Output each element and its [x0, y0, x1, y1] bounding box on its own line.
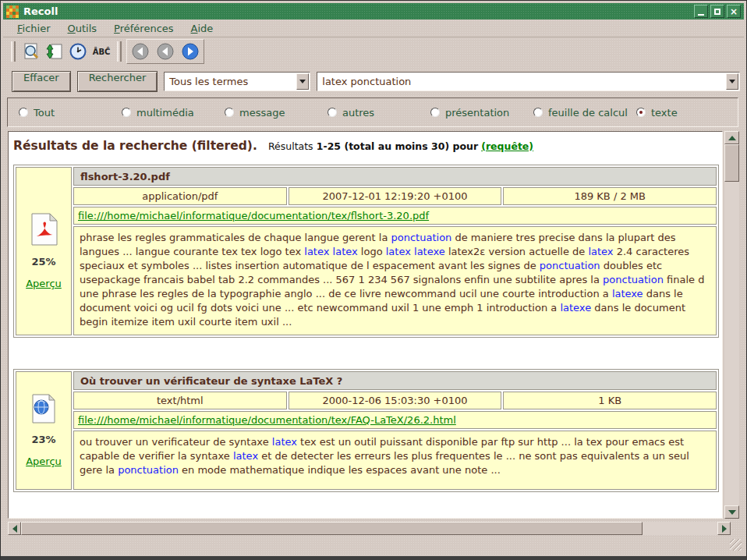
- query-link[interactable]: (requête): [481, 140, 533, 152]
- maximize-button[interactable]: [710, 5, 724, 18]
- scroll-right-button[interactable]: [717, 522, 731, 535]
- term-explorer-button[interactable]: ÂBĈ: [90, 41, 112, 62]
- vertical-scrollbar-thumb[interactable]: [724, 144, 739, 182]
- horizontal-scrollbar-trough[interactable]: [643, 522, 717, 535]
- chevron-down-icon[interactable]: [726, 73, 738, 90]
- chevron-down-icon[interactable]: [296, 73, 309, 90]
- results-count-range: 1-25 (total au moins 30) pour: [317, 140, 478, 152]
- search-button[interactable]: Rechercher: [77, 71, 158, 92]
- result-size: 1 KB: [503, 392, 717, 409]
- arrow-left-icon: [9, 525, 17, 533]
- toolbar: ÂBĈ: [3, 38, 744, 65]
- result-url-row: file:///home/michael/informatique/docume…: [73, 207, 717, 225]
- recoll-window: Recoll × Fichier Outils Préférences Aide: [0, 0, 747, 560]
- preview-link[interactable]: Aperçu: [26, 455, 62, 467]
- minimize-button[interactable]: [694, 5, 708, 18]
- scroll-down-button[interactable]: [724, 505, 739, 519]
- menu-aide[interactable]: Aide: [183, 21, 221, 36]
- arrow-up-icon: [728, 132, 736, 140]
- radio-icon: [533, 108, 543, 117]
- radio-icon: [430, 108, 440, 117]
- minimize-icon: [698, 14, 704, 16]
- scroll-up-button[interactable]: [724, 131, 739, 144]
- document-preview-button[interactable]: [20, 41, 42, 62]
- nav-first-icon: [132, 43, 149, 60]
- result-mime: application/pdf: [73, 187, 287, 205]
- app-icon: [6, 5, 19, 18]
- query-combobox: [317, 72, 740, 91]
- result-title: flshort-3.20.pdf: [73, 167, 717, 186]
- clear-button[interactable]: Effacer: [12, 71, 71, 92]
- menu-outils[interactable]: Outils: [60, 21, 105, 36]
- result-url-link[interactable]: file:///home/michael/informatique/docume…: [78, 210, 429, 222]
- result-title: Où trouver un vérificateur de syntaxe La…: [73, 371, 717, 390]
- result-item: 25% Aperçu flshort-3.20.pdf application/…: [13, 165, 719, 338]
- arrow-right-icon: [722, 525, 731, 533]
- sort-document-button[interactable]: [44, 41, 65, 62]
- result-main-column: Où trouver un vérificateur de syntaxe La…: [73, 371, 717, 490]
- history-clock-icon: [69, 42, 87, 61]
- results-count-prefix: Résultats: [268, 140, 313, 152]
- close-icon: ×: [730, 7, 738, 16]
- filter-radio-autres[interactable]: autres: [327, 107, 430, 119]
- nav-button-group: [126, 39, 204, 64]
- search-mode-value: Tous les termes: [165, 76, 296, 87]
- filter-radio-texte[interactable]: texte: [636, 107, 678, 119]
- nav-first-button[interactable]: [129, 41, 151, 62]
- window-title: Recoll: [23, 5, 58, 17]
- result-url-link[interactable]: file:///home/michael/informatique/docume…: [78, 414, 456, 426]
- results-title: Résultats de la recherche (filtered).: [13, 139, 257, 153]
- result-snippet: phrase les regles grammaticales de chaqu…: [73, 226, 717, 335]
- search-row: Effacer Rechercher Tous les termes: [3, 67, 744, 95]
- menubar: Fichier Outils Préférences Aide: [3, 19, 744, 37]
- toolbar-grip[interactable]: [11, 41, 16, 62]
- radio-icon: [19, 108, 28, 117]
- filter-radio-presentation[interactable]: présentation: [430, 107, 533, 119]
- category-filter-panel: Tout multimédia message autres présentat…: [7, 97, 738, 127]
- search-input[interactable]: [317, 73, 726, 90]
- radio-icon: [225, 108, 234, 117]
- nav-back-icon: [157, 43, 174, 60]
- results-list: Résultats de la recherche (filtered). Ré…: [8, 131, 723, 519]
- nav-back-button[interactable]: [154, 41, 176, 62]
- preview-link[interactable]: Aperçu: [26, 278, 62, 289]
- result-mime: text/html: [73, 392, 287, 409]
- result-date: 2000-12-06 15:03:30 +0100: [289, 392, 502, 409]
- history-clock-button[interactable]: [67, 41, 89, 62]
- menu-preferences[interactable]: Préférences: [106, 21, 181, 36]
- filter-radio-multimedia[interactable]: multimédia: [122, 107, 225, 119]
- filter-radio-tout[interactable]: Tout: [19, 107, 122, 119]
- sort-document-icon: [45, 42, 64, 61]
- titlebar[interactable]: Recoll ×: [3, 3, 744, 19]
- nav-forward-button[interactable]: [179, 41, 201, 62]
- result-meta-row: text/html 2000-12-06 15:03:30 +0100 1 KB: [73, 392, 717, 409]
- result-size: 189 KB / 2 MB: [503, 187, 717, 205]
- search-mode-combobox[interactable]: Tous les termes: [164, 72, 310, 91]
- result-url-row: file:///home/michael/informatique/docume…: [73, 411, 717, 429]
- resize-grip[interactable]: [730, 539, 742, 551]
- result-date: 2007-12-01 12:19:20 +0100: [289, 187, 502, 205]
- close-button[interactable]: ×: [727, 5, 741, 18]
- result-snippet: ou trouver un verificateur de syntaxe la…: [73, 431, 717, 490]
- radio-icon: [122, 108, 131, 117]
- menu-fichier[interactable]: Fichier: [9, 21, 58, 36]
- term-explorer-icon: ÂBĈ: [93, 48, 111, 56]
- vertical-scrollbar: [724, 131, 739, 519]
- horizontal-scrollbar: [8, 522, 731, 535]
- toolbar-grip[interactable]: [117, 41, 122, 62]
- relevance-percent: 25%: [31, 256, 55, 268]
- pdf-file-icon[interactable]: [30, 213, 58, 246]
- filter-radio-feuille-de-calcul[interactable]: feuille de calcul: [533, 107, 636, 119]
- results-gap: [9, 338, 722, 369]
- vertical-scrollbar-trough[interactable]: [724, 182, 739, 505]
- maximize-icon: [714, 9, 720, 15]
- result-side-panel: 25% Aperçu: [16, 167, 72, 335]
- result-meta-row: application/pdf 2007-12-01 12:19:20 +010…: [73, 187, 717, 205]
- filter-radio-message[interactable]: message: [225, 107, 327, 119]
- html-file-icon[interactable]: [31, 394, 56, 424]
- horizontal-scrollbar-thumb[interactable]: [21, 522, 643, 535]
- arrow-down-icon: [728, 510, 736, 519]
- result-item: 23% Aperçu Où trouver un vérificateur de…: [13, 369, 719, 492]
- nav-forward-icon: [182, 43, 199, 60]
- scroll-left-button[interactable]: [8, 522, 21, 535]
